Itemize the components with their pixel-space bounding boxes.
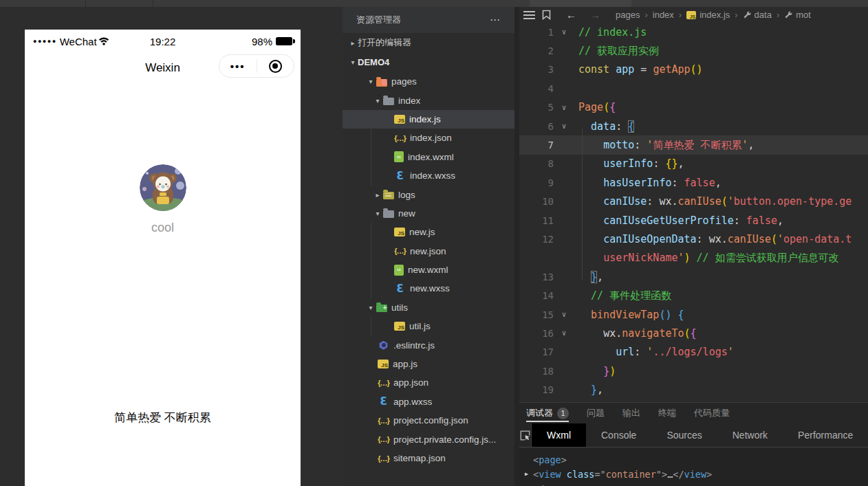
breadcrumb-item[interactable]: ›data [730, 10, 772, 20]
fold-chevron-icon[interactable]: ∨ [554, 329, 574, 338]
code-line-6[interactable]: 6∨ data: { [519, 117, 868, 135]
code-area[interactable]: 1∨// index.js2// 获取应用实例3const app = getA… [519, 23, 868, 402]
fold-chevron-icon[interactable]: ∨ [554, 27, 574, 36]
debugger-tab-问题[interactable]: 问题 [587, 403, 605, 423]
code-line-10[interactable]: 10 canIUse: wx.canIUse('button.open-type… [519, 192, 868, 211]
expand-arrow-icon[interactable]: ▶ [525, 471, 533, 477]
menu-dots-icon[interactable]: ••• [219, 55, 257, 77]
tree-item-new.wxss[interactable]: 3new.wxss [343, 279, 514, 298]
code-line-12[interactable]: 12 canIUseOpenData: wx.canIUse('open-dat… [519, 230, 868, 248]
devtools-tab-Performance[interactable]: Performance [783, 423, 868, 447]
code-line-13[interactable]: 13 }, [519, 267, 868, 286]
navigate-forward-icon[interactable]: → [590, 9, 600, 21]
fold-chevron-icon[interactable]: ∨ [554, 310, 574, 319]
devtools-tab-Wxml[interactable]: Wxml [532, 423, 586, 447]
inspect-element-icon[interactable] [519, 423, 532, 447]
debugger-tab-终端[interactable]: 终端 [658, 403, 676, 423]
tree-item-utils[interactable]: ▾utils [343, 298, 514, 317]
code-line-2[interactable]: 2// 获取应用实例 [519, 41, 868, 60]
token: ../logs/logs [653, 346, 727, 358]
tree-item-sitemap.json[interactable]: {…}sitemap.json [343, 449, 514, 467]
chevron-right-icon[interactable]: ▸ [373, 191, 382, 199]
outline-list-icon[interactable] [523, 10, 535, 20]
user-avatar[interactable] [140, 164, 186, 211]
code-line-19[interactable]: 19 }, [519, 380, 868, 399]
motto-text[interactable]: 简单热爱 不断积累 [25, 410, 301, 426]
breadcrumb-item[interactable]: ›mot [772, 10, 811, 20]
tree-item-app.js[interactable]: JSapp.js [343, 355, 514, 373]
code-line-4[interactable]: 4 [519, 79, 868, 98]
js-file-icon: JS [394, 115, 405, 124]
chevron-right-icon[interactable]: ▸ [348, 39, 358, 47]
tree-item-new.js[interactable]: JSnew.js [343, 223, 514, 241]
wxml-inspector[interactable]: <page>▶<view class="container">…</view><… [519, 448, 868, 486]
navigate-back-icon[interactable]: ← [566, 9, 576, 21]
chevron-down-icon[interactable]: ▾ [373, 97, 382, 104]
breadcrumb-item[interactable]: pages [616, 10, 640, 20]
tab-badge: 1 [557, 408, 569, 419]
tree-item-label: pages [391, 76, 417, 87]
tree-item-index.wxml[interactable]: ‹›index.wxml [343, 148, 514, 166]
panel-divider[interactable] [514, 7, 519, 486]
tree-item-.eslintrc.js[interactable]: .eslintrc.js [343, 335, 514, 354]
devtools-tab-Network[interactable]: Network [717, 423, 783, 447]
token: ' [777, 233, 783, 245]
debugger-tab-代码质量[interactable]: 代码质量 [694, 403, 730, 423]
tree-item-index.json[interactable]: {…}index.json [343, 129, 514, 147]
fold-chevron-icon[interactable]: ∨ [554, 103, 574, 112]
tree-item-index.js[interactable]: JSindex.js [343, 110, 514, 129]
tree-item-new.wxml[interactable]: ‹›new.wxml [343, 261, 514, 279]
devtools-tab-Console[interactable]: Console [586, 423, 651, 447]
tree-item-app.wxss[interactable]: 3app.wxss [343, 393, 514, 411]
tree-item-app.json[interactable]: {…}app.json [343, 373, 514, 392]
explorer-more-icon[interactable]: ⋯ [490, 14, 501, 26]
chevron-down-icon[interactable]: ▾ [366, 78, 376, 85]
code-line-8[interactable]: 8 userInfo: {}, [519, 155, 868, 173]
tree-item-util.js[interactable]: JSutil.js [343, 317, 514, 335]
tree-item-new.json[interactable]: {…}new.json [343, 242, 514, 261]
close-target-icon[interactable] [269, 60, 282, 73]
tree-item-new[interactable]: ▾new [343, 204, 514, 223]
code-line-3[interactable]: 3const app = getApp() [519, 60, 868, 79]
code-line-15[interactable]: 15∨ bindViewTap() { [519, 305, 868, 324]
section-project-root[interactable]: ▾ DEMO4 [343, 52, 514, 71]
tree-item-index.wxss[interactable]: 3index.wxss [343, 166, 514, 185]
code-line-9[interactable]: 9 hasUserInfo: false, [519, 173, 868, 192]
breadcrumb-separator-icon: › [679, 10, 682, 20]
breadcrumb-item[interactable]: ›index [640, 10, 673, 20]
breadcrumb-item[interactable]: ›JSindex.js [674, 10, 730, 20]
fold-chevron-icon[interactable]: ∨ [554, 122, 574, 131]
token: ' [728, 346, 734, 358]
chevron-down-icon[interactable]: ▾ [373, 210, 382, 217]
wxml-node[interactable]: </page> [525, 481, 868, 486]
bookmark-icon[interactable] [542, 10, 551, 20]
chevron-down-icon[interactable]: ▾ [366, 304, 376, 311]
wxml-node[interactable]: ▶<view class="container">…</view> [525, 467, 868, 481]
tree-item-index[interactable]: ▾index [343, 91, 514, 109]
code-line-11[interactable]: 11 canIUseGetUserProfile: false, [519, 211, 868, 230]
tree-item-project.private.config.js...[interactable]: {…}project.private.config.js... [343, 430, 514, 448]
code-line-14[interactable]: 14 // 事件处理函数 [519, 286, 868, 305]
tree-item-label: util.js [409, 321, 431, 331]
tree-item-project.config.json[interactable]: {…}project.config.json [343, 411, 514, 430]
code-line-16[interactable]: 16∨ wx.navigateTo({ [519, 324, 868, 342]
section-open-editors[interactable]: ▸ 打开的编辑器 [343, 33, 514, 52]
debugger-tab-调试器[interactable]: 调试器1 [526, 403, 569, 423]
chevron-down-icon[interactable]: ▾ [348, 58, 358, 66]
capsule-button[interactable]: ••• [219, 54, 294, 78]
tree-item-pages[interactable]: ▾pages [343, 72, 514, 91]
code-line-17[interactable]: 17 url: '../logs/logs' [519, 343, 868, 362]
token: motto [603, 139, 634, 151]
debugger-tab-输出[interactable]: 输出 [622, 403, 640, 423]
code-line-7[interactable]: 7 motto: '简单热爱 不断积累', [519, 135, 868, 154]
code-line-18[interactable]: 18 }) [519, 362, 868, 380]
tree-item-logs[interactable]: ▸logs [343, 185, 514, 203]
code-line-5[interactable]: 5∨Page({ [519, 98, 868, 117]
devtools-tab-bar: WxmlConsoleSourcesNetworkPerformanceMe [519, 423, 868, 448]
section-label: DEMO4 [358, 57, 389, 67]
wxml-node[interactable]: <page> [525, 452, 868, 467]
token: () [691, 63, 703, 76]
code-line-wrap[interactable]: userNickName') // 如需尝试获取用户信息可改 [519, 249, 868, 267]
code-line-1[interactable]: 1∨// index.js [519, 23, 868, 41]
devtools-tab-Sources[interactable]: Sources [651, 423, 717, 447]
